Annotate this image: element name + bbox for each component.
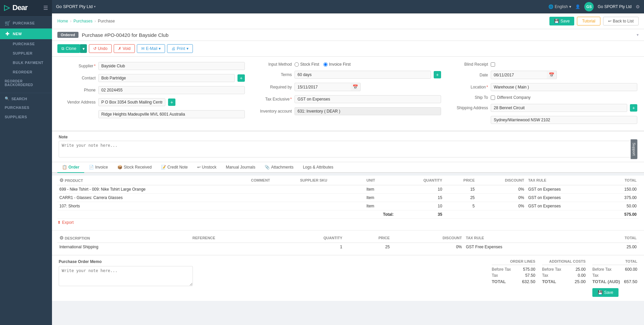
location-select[interactable]: Warehouse ( Main ) <box>491 83 637 91</box>
save-button-top[interactable]: 💾 Save <box>549 17 574 25</box>
different-company-label[interactable]: Different Company <box>491 95 531 100</box>
grand-tax-label: Tax <box>592 273 599 278</box>
date-input[interactable] <box>491 71 547 79</box>
order-tax-label: Tax <box>492 273 498 278</box>
breadcrumb-actions: 💾 Save Tutorial ↩ Back to List <box>549 17 639 25</box>
invoice-first-radio[interactable] <box>323 62 328 67</box>
phone-row: Phone <box>59 86 245 94</box>
sidebar-item-purchase[interactable]: 🛒 PURCHASE <box>0 18 52 28</box>
settings-icon[interactable]: ⚙ <box>636 4 640 9</box>
void-button[interactable]: ✗ Void <box>114 44 135 53</box>
topbar-company[interactable]: Go SPORT Pty Ltd ▾ <box>56 4 96 9</box>
date-calendar-button[interactable]: 📅 <box>547 71 557 79</box>
vendor-address-select[interactable]: P O Box 3354 South Mailing Centre <box>98 98 165 106</box>
tab-logs[interactable]: Logs & Attributes <box>298 162 338 173</box>
email-button[interactable]: ✉ E-Mail ▾ <box>137 44 165 53</box>
back-to-list-button[interactable]: ↩ Back to List <box>603 17 639 25</box>
sidebar-item-new[interactable]: ✚ NEW <box>0 28 52 39</box>
shipping-address-line2-row <box>451 116 637 124</box>
blind-receipt-checkbox[interactable] <box>491 62 495 67</box>
note-textarea[interactable] <box>59 141 637 157</box>
additional-costs-table: ⚙ DESCRIPTION REFERENCE QUANTITY PRICE D… <box>57 233 639 251</box>
memo-textarea[interactable] <box>59 266 193 286</box>
clone-button[interactable]: ⧉ Clone <box>57 44 80 53</box>
add-col-discount-header: DISCOUNT <box>392 233 464 243</box>
stock-first-radio-label[interactable]: Stock First <box>294 62 319 67</box>
sidebar-search-section[interactable]: 🔍 SEARCH <box>0 94 52 103</box>
location-label: Location <box>451 85 488 89</box>
print-button[interactable]: 🖨 Print ▾ <box>167 44 193 53</box>
save-button-bottom[interactable]: 💾 Save <box>592 288 619 297</box>
breadcrumb-purchases[interactable]: Purchases <box>73 19 93 23</box>
export-link[interactable]: ⬆ Export <box>57 219 74 226</box>
undo-button[interactable]: ↺ Undo <box>89 44 112 53</box>
sidebar-item-purchase2[interactable]: PURCHASE <box>0 39 52 49</box>
add-settings-icon[interactable]: ⚙ <box>59 235 64 241</box>
topbar-company-name: Go SPORT Pty Ltd <box>56 4 93 9</box>
inventory-account-select[interactable]: 631: Inventory ( DEAR ) <box>294 107 441 115</box>
unit-cell-1: Item <box>365 185 396 194</box>
undo-icon: ↺ <box>93 46 97 51</box>
tab-unstock[interactable]: ↩ Unstock <box>193 162 221 173</box>
settings-gear-icon[interactable]: ⚙ <box>59 178 64 183</box>
po-title: Purchase #PO-00420 for Bayside Club <box>82 32 168 38</box>
tab-attachments[interactable]: 📎 Attachments <box>260 162 298 173</box>
supplier-select[interactable]: Bayside Club <box>98 62 245 70</box>
inventory-account-label: Inventory account <box>255 109 292 114</box>
tab-order[interactable]: 📋 Order <box>57 162 84 173</box>
po-header-chevron[interactable]: ▾ <box>637 32 639 37</box>
sidebar-item-bulk-payment[interactable]: BULK PAYMENT <box>0 58 52 67</box>
sidebar-item-suppliers[interactable]: SUPPLIERS <box>0 112 52 122</box>
support-tab[interactable]: Support <box>631 139 638 159</box>
tutorial-button[interactable]: Tutorial <box>577 17 600 25</box>
add-total-value: 25.00 <box>575 279 586 284</box>
sidebar-item-reorder-backordered[interactable]: REORDER BACKORDERED <box>0 77 52 89</box>
vendor-address-line2-input[interactable] <box>98 110 245 118</box>
topbar-user-name[interactable]: Go SPORT Pty Ltd <box>598 4 632 9</box>
required-by-calendar-button[interactable]: 📅 <box>351 83 361 91</box>
terms-add-button[interactable]: + <box>434 71 441 78</box>
sidebar-item-purchases[interactable]: PURCHASES <box>0 103 52 112</box>
breadcrumb-sep-1: › <box>70 19 71 23</box>
breadcrumb-home[interactable]: Home <box>57 19 68 23</box>
void-icon: ✗ <box>118 46 121 51</box>
required-by-input[interactable] <box>294 83 351 91</box>
stock-first-radio[interactable] <box>294 62 299 67</box>
invoice-first-radio-label[interactable]: Invoice First <box>323 62 351 67</box>
sidebar-item-reorder[interactable]: REORDER <box>0 67 52 77</box>
add-total-label: TOTAL <box>542 279 556 284</box>
topbar-language[interactable]: 🌐 English ▾ <box>548 4 571 9</box>
tab-stock-received[interactable]: 📦 Stock Received <box>113 162 156 173</box>
tax-rule-cell-1: GST on Expenses <box>526 185 604 194</box>
shipping-address-line1-input[interactable] <box>491 104 627 112</box>
tab-invoice[interactable]: 📄 Invoice <box>84 162 113 173</box>
shipping-address-add-button[interactable]: + <box>630 104 637 112</box>
contact-add-button[interactable]: + <box>237 74 245 82</box>
total-label-cell <box>57 210 249 219</box>
clone-dropdown-button[interactable]: ▾ <box>80 44 87 53</box>
add-col-price-header: PRICE <box>344 233 392 243</box>
sidebar-search-label: SEARCH <box>11 97 27 101</box>
grand-total-aud-label: TOTAL (AUD) <box>592 279 620 284</box>
hamburger-icon[interactable]: ☰ <box>43 5 48 11</box>
vendor-address-add-button[interactable]: + <box>168 99 175 106</box>
phone-input[interactable] <box>98 86 245 94</box>
order-table: ⚙ PRODUCT COMMENT SUPPLIER SKU UNIT QUAN… <box>57 176 639 219</box>
terms-select[interactable]: 60 days <box>294 71 431 79</box>
tab-manual-journals[interactable]: Manual Journals <box>221 162 260 173</box>
order-before-tax-row: Before Tax 575.00 <box>492 267 535 272</box>
phone-label: Phone <box>59 88 96 92</box>
save-bottom-label: Save <box>604 290 613 295</box>
shipping-address-line2-input[interactable] <box>491 116 637 124</box>
tax-exclusive-row: Tax Exclusive GST on Expenses <box>255 95 441 103</box>
contact-select[interactable]: Bob Partridge <box>98 74 235 82</box>
tab-credit-note[interactable]: 📝 Credit Note <box>156 162 193 173</box>
tax-exclusive-select[interactable]: GST on Expenses <box>294 95 441 103</box>
different-company-checkbox[interactable] <box>491 95 495 100</box>
add-col-ref-header: REFERENCE <box>191 233 273 243</box>
sidebar-item-supplier[interactable]: SUPPLIER <box>0 49 52 58</box>
supplier-sku-cell-1 <box>298 185 364 194</box>
unstock-tab-icon: ↩ <box>197 165 201 170</box>
add-total-total-row: TOTAL 25.00 <box>542 279 586 284</box>
col-product-header: ⚙ PRODUCT <box>57 176 249 185</box>
